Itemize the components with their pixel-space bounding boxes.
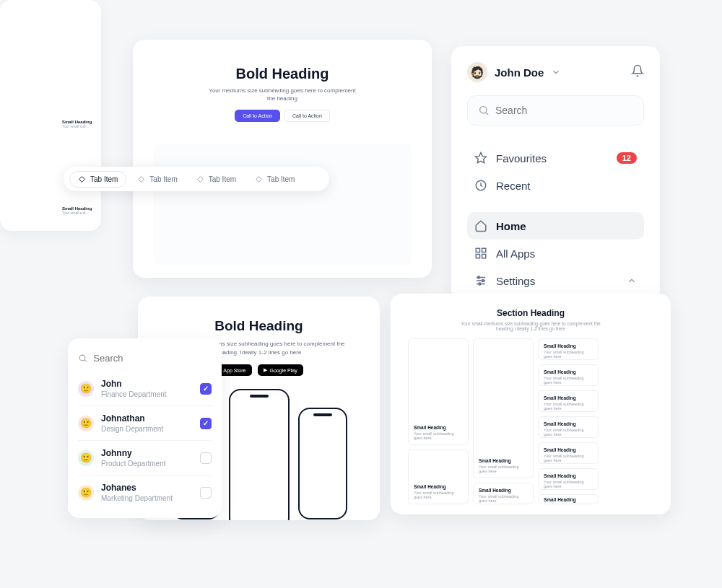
primary-cta-button[interactable]: Call to Action <box>235 110 280 122</box>
bento-subtitle: Your small-mediums size subheading goes … <box>458 321 603 331</box>
bento-cell: Small Heading Your small subheading goes… <box>538 338 599 360</box>
bento-sub: Your small subheading goes here <box>544 428 593 436</box>
chevron-down-icon <box>551 67 561 77</box>
people-search-input[interactable] <box>93 353 212 364</box>
sidebar-item-label: Settings <box>496 275 535 287</box>
sidebar-item-recent[interactable]: Recent <box>467 172 644 199</box>
person-row[interactable]: 🙂 Johanes Marketing Department <box>78 475 212 509</box>
bento-sub: Your small subheading goes here <box>414 491 463 499</box>
bento-sub: Your small subheading goes here <box>544 402 593 411</box>
sidebar-search[interactable] <box>467 95 644 126</box>
svg-rect-10 <box>476 255 479 258</box>
bento-cell: Small Heading Your small subheading goes… <box>408 338 469 445</box>
hero2-title: Bold Heading <box>152 318 365 334</box>
store-label: Google Play <box>270 368 297 373</box>
bento-heading: Small Heading <box>544 447 593 452</box>
sidebar-search-input[interactable] <box>495 105 633 116</box>
diamond-icon <box>137 175 145 183</box>
star-icon <box>474 152 487 164</box>
phone-mockup <box>229 389 290 520</box>
person-row[interactable]: 🙂 Johnathan Design Department <box>78 405 212 440</box>
small-subheading: Your small sub… <box>62 211 94 215</box>
grid-icon <box>474 247 487 260</box>
bento-cell: Small Heading <box>538 494 599 504</box>
bento-heading: Small Heading <box>544 497 593 502</box>
bento-cell: Small Heading Your small subheading goes… <box>538 364 599 386</box>
user-menu[interactable]: 🧔🏻 John Doe <box>467 62 561 82</box>
bento-heading: Small Heading <box>479 458 528 463</box>
bento-cell: Small Heading Your small subheading goes… <box>538 468 599 490</box>
tab-bar: Tab Item Tab Item Tab Item Tab Item <box>64 167 329 191</box>
bento-cell: Small Heading Your small subheading goes… <box>473 338 534 478</box>
person-name: John <box>101 379 167 389</box>
svg-rect-1 <box>139 176 144 182</box>
avatar: 🙂 <box>78 416 94 431</box>
bento-heading: Small Heading <box>544 421 593 426</box>
bento-section: Section Heading Your small-mediums size … <box>391 294 671 514</box>
bento-sub: Your small subheading goes here <box>544 350 593 359</box>
bento-sub: Your small subheading goes here <box>544 454 593 462</box>
bento-cell: Small Heading Your small subheading goes… <box>473 483 534 504</box>
diamond-icon <box>255 175 263 183</box>
tab-item-2[interactable]: Tab Item <box>129 172 185 187</box>
person-checkbox[interactable] <box>200 383 212 395</box>
sidebar-item-label: Recent <box>496 180 531 192</box>
sidebar-item-home[interactable]: Home <box>467 212 644 240</box>
tab-item-1[interactable]: Tab Item <box>69 171 126 188</box>
home-icon <box>474 219 487 232</box>
person-checkbox[interactable] <box>200 487 212 499</box>
sliders-icon <box>474 274 487 287</box>
person-checkbox[interactable] <box>200 452 212 464</box>
sidebar-item-label: All Apps <box>496 247 535 260</box>
avatar: 🙂 <box>78 381 94 397</box>
svg-point-4 <box>480 107 487 113</box>
person-dept: Finance Department <box>101 390 167 398</box>
person-name: Johnny <box>101 448 166 458</box>
svg-rect-9 <box>482 248 486 252</box>
search-icon <box>78 353 87 364</box>
people-search[interactable] <box>78 347 212 369</box>
svg-line-5 <box>486 113 488 115</box>
bento-cell: Small Heading Your small subheading goes… <box>408 449 469 504</box>
avatar: 🙂 <box>78 450 94 466</box>
person-name: Johnathan <box>101 413 163 424</box>
clock-icon <box>474 179 487 192</box>
bell-icon <box>631 64 644 77</box>
diamond-icon <box>196 175 204 183</box>
hero-subtitle: Your mediums size subheading goes here t… <box>206 87 358 102</box>
svg-line-19 <box>84 360 86 361</box>
svg-point-18 <box>79 355 85 361</box>
person-row[interactable]: 🙂 John Finance Department <box>78 372 212 405</box>
google-play-button[interactable]: ▶ Google Play <box>258 364 303 376</box>
bento-cell: Small Heading Your small subheading goes… <box>538 390 599 412</box>
tab-item-4[interactable]: Tab Item <box>247 172 303 187</box>
tab-label: Tab Item <box>149 175 177 183</box>
bento-sub: Your small subheading goes here <box>479 494 528 503</box>
bento-cell: Small Heading Your small subheading goes… <box>538 416 599 438</box>
sidebar-item-favourites[interactable]: Favourites 12 <box>467 144 644 172</box>
person-name: Johanes <box>101 483 173 493</box>
person-row[interactable]: 🙂 Johnny Product Department <box>78 440 212 475</box>
notifications-button[interactable] <box>631 64 644 80</box>
favourites-badge: 12 <box>617 152 637 164</box>
tab-label: Tab Item <box>90 175 118 183</box>
background-card: Small Heading Your small sub… Small Head… <box>0 0 101 231</box>
avatar: 🙂 <box>78 485 94 501</box>
people-search-panel: 🙂 John Finance Department 🙂 Johnathan De… <box>68 338 222 518</box>
bento-heading: Small Heading <box>479 488 528 493</box>
svg-marker-6 <box>476 153 487 163</box>
bento-heading: Small Heading <box>544 343 593 348</box>
bento-heading: Small Heading <box>544 395 593 400</box>
phone-mockup <box>298 408 347 519</box>
bento-sub: Your small subheading goes here <box>414 431 463 440</box>
person-dept: Marketing Department <box>101 494 173 502</box>
hero-title: Bold Heading <box>153 66 412 82</box>
sidebar-item-all-apps[interactable]: All Apps <box>467 240 644 267</box>
tab-item-3[interactable]: Tab Item <box>188 172 244 187</box>
sidebar-item-settings[interactable]: Settings <box>467 267 644 294</box>
bento-sub: Your small subheading goes here <box>479 465 528 473</box>
tab-label: Tab Item <box>209 175 236 183</box>
secondary-cta-button[interactable]: Call to Action <box>284 110 330 122</box>
sidebar-panel: 🧔🏻 John Doe Favourites 12 Recent Home Al… <box>451 46 660 302</box>
person-checkbox[interactable] <box>200 418 212 429</box>
